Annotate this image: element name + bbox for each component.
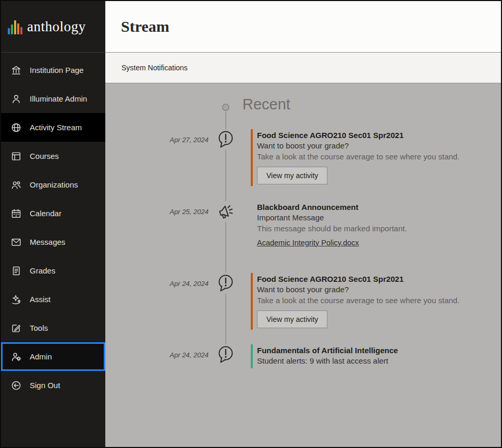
stream-content: Recent Apr 27, 2024 Food Science AGRO210… bbox=[105, 83, 501, 447]
sparkle-hand-icon bbox=[10, 293, 22, 306]
stream-item-date: Apr 27, 2024 bbox=[105, 129, 209, 144]
anthology-logo-text: anthology bbox=[27, 19, 86, 35]
sidebar-item-grades[interactable]: Grades bbox=[1, 256, 105, 285]
sidebar-item-activity-stream[interactable]: Activity Stream bbox=[1, 113, 105, 142]
grades-document-icon bbox=[10, 265, 22, 277]
app-window: anthology Institution Page bbox=[0, 0, 502, 448]
person-icon bbox=[10, 93, 22, 105]
stream-item-title: Food Science AGRO210 Sec01 Spr2021 bbox=[257, 130, 460, 141]
sign-out-arrow-icon bbox=[10, 379, 22, 392]
courses-icon bbox=[10, 150, 22, 163]
pencil-box-icon bbox=[10, 322, 22, 334]
stream-item-title: Fundamentals of Artificial Intelligence bbox=[257, 345, 398, 356]
sidebar-item-label: Messages bbox=[30, 238, 65, 246]
sidebar-item-label: Sign Out bbox=[30, 381, 60, 390]
sidebar-item-label: Assist bbox=[30, 295, 51, 304]
page-header: Stream bbox=[105, 1, 501, 53]
attachment-link[interactable]: Academic Integrity Policy.docx bbox=[257, 239, 359, 247]
stream-item-subtext: Take a look at the course average to see… bbox=[257, 295, 460, 306]
sidebar-item-label: Institution Page bbox=[30, 66, 83, 74]
admin-person-gear-icon bbox=[10, 351, 22, 363]
sidebar-item-calendar[interactable]: Calendar bbox=[1, 199, 105, 228]
envelope-icon bbox=[10, 236, 22, 248]
exclamation-bubble-icon bbox=[209, 129, 243, 150]
sidebar-item-admin[interactable]: Admin bbox=[1, 342, 105, 371]
stream-item: Apr 24, 2024 Food Science AGRO210 Sec01 … bbox=[105, 273, 501, 330]
stream-item-text: Student alerts: 9 with last access alert bbox=[257, 356, 398, 367]
sidebar-item-label: Calendar bbox=[30, 209, 62, 218]
exclamation-bubble-icon bbox=[209, 344, 243, 365]
megaphone-icon bbox=[209, 201, 243, 222]
sidebar-item-label: Organizations bbox=[30, 180, 78, 189]
view-my-activity-button[interactable]: View my activity bbox=[257, 310, 327, 328]
stream-item-text: Want to boost your grade? bbox=[257, 141, 460, 152]
sidebar-item-label: Illuminate Admin bbox=[30, 94, 87, 103]
sidebar-item-label: Courses bbox=[30, 152, 59, 160]
stream-item-subtext: This message should be marked important. bbox=[257, 223, 407, 234]
sidebar: anthology Institution Page bbox=[1, 1, 105, 447]
sidebar-item-sign-out[interactable]: Sign Out bbox=[1, 371, 105, 400]
stream-item-text: Important Message bbox=[257, 213, 407, 223]
recent-section-heading: Recent bbox=[242, 96, 290, 113]
stream-item-text: Want to boost your grade? bbox=[257, 284, 460, 295]
timeline-start-dot bbox=[222, 104, 229, 111]
stream-item: Apr 24, 2024 Fundamentals of Artificial … bbox=[105, 344, 501, 368]
sidebar-item-label: Tools bbox=[30, 323, 48, 332]
page-title: Stream bbox=[121, 18, 169, 35]
sidebar-item-tools[interactable]: Tools bbox=[1, 314, 105, 342]
stream-item: Apr 25, 2024 Blackboard Announcement Imp… bbox=[105, 201, 501, 249]
stream-item-date: Apr 25, 2024 bbox=[105, 201, 209, 216]
sidebar-nav: Institution Page Illuminate Admin bbox=[1, 53, 105, 400]
stream-item-title: Food Science AGRO210 Sec01 Spr2021 bbox=[257, 274, 460, 284]
stream-item-date: Apr 24, 2024 bbox=[105, 344, 209, 359]
stream-item-body: Blackboard Announcement Important Messag… bbox=[251, 201, 407, 249]
stream-item-subtext: Take a look at the course average to see… bbox=[257, 152, 460, 163]
stream-item: Apr 27, 2024 Food Science AGRO210 Sec01 … bbox=[105, 129, 501, 186]
sidebar-item-label: Admin bbox=[30, 352, 52, 361]
anthology-logo-icon bbox=[8, 19, 22, 34]
institution-icon bbox=[10, 64, 22, 77]
anthology-logo: anthology bbox=[1, 1, 105, 53]
view-my-activity-button[interactable]: View my activity bbox=[257, 167, 327, 184]
main-area: Stream System Notifications Recent Apr 2… bbox=[105, 1, 501, 447]
sidebar-item-label: Activity Stream bbox=[30, 123, 82, 132]
sidebar-item-label: Grades bbox=[30, 266, 55, 275]
calendar-icon bbox=[10, 207, 22, 220]
stream-item-title: Blackboard Announcement bbox=[257, 202, 407, 213]
stream-item-body: Fundamentals of Artificial Intelligence … bbox=[251, 344, 398, 368]
sidebar-item-institution-page[interactable]: Institution Page bbox=[1, 56, 105, 84]
organizations-icon bbox=[10, 179, 22, 191]
sidebar-item-courses[interactable]: Courses bbox=[1, 142, 105, 170]
globe-icon bbox=[10, 121, 22, 134]
exclamation-bubble-icon bbox=[209, 273, 243, 294]
sidebar-item-illuminate-admin[interactable]: Illuminate Admin bbox=[1, 84, 105, 113]
system-notifications-label: System Notifications bbox=[121, 64, 188, 72]
system-notifications-bar: System Notifications bbox=[105, 53, 501, 83]
stream-item-date: Apr 24, 2024 bbox=[105, 273, 209, 288]
sidebar-item-organizations[interactable]: Organizations bbox=[1, 170, 105, 199]
stream-item-body: Food Science AGRO210 Sec01 Spr2021 Want … bbox=[251, 273, 460, 330]
sidebar-item-messages[interactable]: Messages bbox=[1, 228, 105, 256]
sidebar-item-assist[interactable]: Assist bbox=[1, 285, 105, 314]
stream-item-body: Food Science AGRO210 Sec01 Spr2021 Want … bbox=[251, 129, 460, 186]
